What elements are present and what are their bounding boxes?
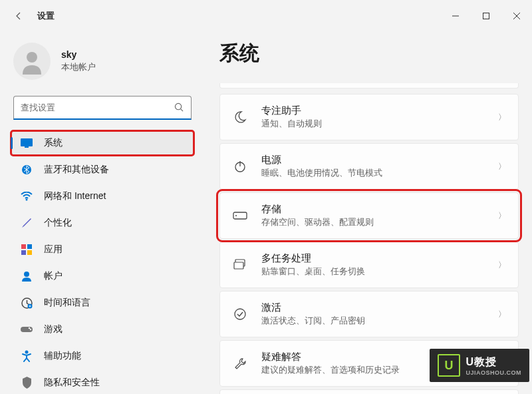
card-title: 激活 — [261, 301, 498, 314]
svg-point-20 — [30, 329, 31, 330]
minimize-button[interactable] — [440, 5, 471, 27]
svg-rect-8 — [25, 146, 29, 148]
svg-rect-1 — [483, 13, 489, 19]
nav-label: 个性化 — [44, 217, 72, 229]
chevron-right-icon: 〉 — [498, 112, 506, 123]
accessibility-icon — [20, 349, 33, 363]
svg-rect-27 — [234, 262, 243, 269]
card-subtitle: 睡眠、电池使用情况、节电模式 — [261, 168, 498, 179]
app-title: 设置 — [37, 10, 55, 22]
svg-point-5 — [175, 103, 181, 109]
close-button[interactable] — [501, 5, 532, 27]
sidebar-item-personalization[interactable]: 个性化 — [11, 210, 194, 236]
svg-point-25 — [235, 215, 237, 216]
badge-label: U教授 — [466, 356, 497, 367]
main-content: 系统 专注助手 通知、自动规则 〉 电源 睡眠、电池使用情况、节电模式 〉 存储 — [200, 32, 532, 394]
sidebar-item-privacy[interactable]: 隐私和安全性 — [11, 370, 194, 394]
check-icon — [232, 306, 248, 322]
sidebar-item-time-language[interactable]: 时间和语言 — [11, 290, 194, 315]
bluetooth-icon — [20, 163, 33, 176]
card-title: 多任务处理 — [261, 252, 498, 265]
titlebar: 设置 — [0, 0, 532, 32]
nav-label: 游戏 — [44, 323, 63, 335]
page-title: 系统 — [219, 40, 519, 67]
search-box[interactable] — [13, 96, 192, 120]
svg-point-21 — [25, 351, 29, 354]
game-icon — [20, 323, 33, 336]
minimize-icon — [452, 13, 459, 19]
chevron-right-icon: 〉 — [498, 210, 506, 222]
svg-point-10 — [26, 199, 28, 201]
storage-icon — [232, 208, 248, 224]
sidebar-item-accessibility[interactable]: 辅助功能 — [11, 343, 194, 369]
svg-point-4 — [27, 52, 37, 63]
back-button[interactable] — [8, 5, 29, 27]
chevron-right-icon: 〉 — [498, 309, 506, 320]
nav-label: 应用 — [44, 244, 63, 256]
nav-label: 帐户 — [44, 270, 63, 282]
svg-rect-13 — [21, 250, 26, 255]
sidebar-item-apps[interactable]: 应用 — [11, 237, 194, 262]
close-icon — [513, 13, 520, 19]
card-title: 电源 — [261, 154, 498, 166]
nav-label: 系统 — [44, 137, 63, 149]
svg-rect-12 — [27, 244, 32, 249]
maximize-icon — [483, 13, 489, 19]
avatar — [13, 43, 51, 80]
svg-point-19 — [29, 327, 30, 329]
arrow-left-icon — [13, 11, 24, 21]
tutorial-watermark: U U教授 UJIAOSHOU.COM — [430, 349, 529, 382]
sidebar: sky 本地帐户 系统 蓝牙和其他设备 网络和 Internet 个性化 — [0, 32, 200, 394]
setting-card-previous[interactable] — [219, 83, 519, 89]
badge-url: UJIAOSHOU.COM — [466, 369, 521, 376]
nav-label: 隐私和安全性 — [44, 377, 100, 389]
shield-icon — [20, 376, 33, 389]
chevron-right-icon: 〉 — [498, 161, 506, 172]
setting-card-recovery[interactable]: 恢复 重置、高级启动、返回 〉 — [219, 389, 519, 394]
nav-label: 时间和语言 — [44, 297, 90, 309]
power-icon — [232, 158, 248, 174]
setting-card-focus-assist[interactable]: 专注助手 通知、自动规则 〉 — [219, 94, 519, 140]
card-subtitle: 存储空间、驱动器、配置规则 — [261, 217, 498, 228]
svg-rect-11 — [21, 244, 26, 249]
user-section[interactable]: sky 本地帐户 — [8, 37, 197, 93]
sidebar-item-system[interactable]: 系统 — [11, 130, 194, 156]
setting-card-power[interactable]: 电源 睡眠、电池使用情况、节电模式 〉 — [219, 143, 519, 190]
svg-point-15 — [24, 272, 29, 277]
badge-icon: U — [438, 354, 460, 377]
sidebar-item-accounts[interactable]: 帐户 — [11, 264, 194, 289]
svg-point-28 — [235, 309, 245, 319]
setting-card-multitasking[interactable]: 多任务处理 贴靠窗口、桌面、任务切换 〉 — [219, 242, 519, 288]
sidebar-item-bluetooth[interactable]: 蓝牙和其他设备 — [11, 157, 194, 182]
svg-rect-14 — [27, 250, 32, 255]
setting-card-activation[interactable]: 激活 激活状态、订阅、产品密钥 〉 — [219, 291, 519, 337]
card-subtitle: 贴靠窗口、桌面、任务切换 — [261, 266, 498, 278]
clock-icon — [20, 296, 33, 309]
maximize-button[interactable] — [471, 5, 501, 27]
card-subtitle: 激活状态、订阅、产品密钥 — [261, 315, 498, 327]
person-icon — [19, 48, 45, 75]
search-input[interactable] — [21, 102, 174, 112]
apps-icon — [20, 243, 33, 256]
card-subtitle: 通知、自动规则 — [261, 118, 498, 130]
sidebar-item-network[interactable]: 网络和 Internet — [11, 184, 194, 209]
window-controls — [440, 5, 532, 27]
sidebar-item-gaming[interactable]: 游戏 — [11, 317, 194, 342]
nav-label: 辅助功能 — [44, 350, 81, 362]
nav-label: 网络和 Internet — [44, 190, 106, 202]
multitask-icon — [232, 257, 248, 273]
nav-label: 蓝牙和其他设备 — [44, 164, 109, 176]
chevron-right-icon: 〉 — [498, 260, 506, 271]
brush-icon — [20, 216, 33, 230]
card-title: 存储 — [261, 203, 498, 216]
moon-icon — [232, 109, 248, 125]
system-icon — [20, 136, 33, 150]
card-title: 专注助手 — [261, 104, 498, 117]
search-icon — [174, 102, 184, 112]
svg-line-6 — [181, 109, 183, 111]
user-type: 本地帐户 — [61, 61, 96, 73]
setting-card-storage[interactable]: 存储 存储空间、驱动器、配置规则 〉 — [219, 192, 519, 239]
wifi-icon — [20, 190, 33, 203]
person-icon — [20, 270, 33, 283]
svg-rect-7 — [21, 138, 33, 146]
